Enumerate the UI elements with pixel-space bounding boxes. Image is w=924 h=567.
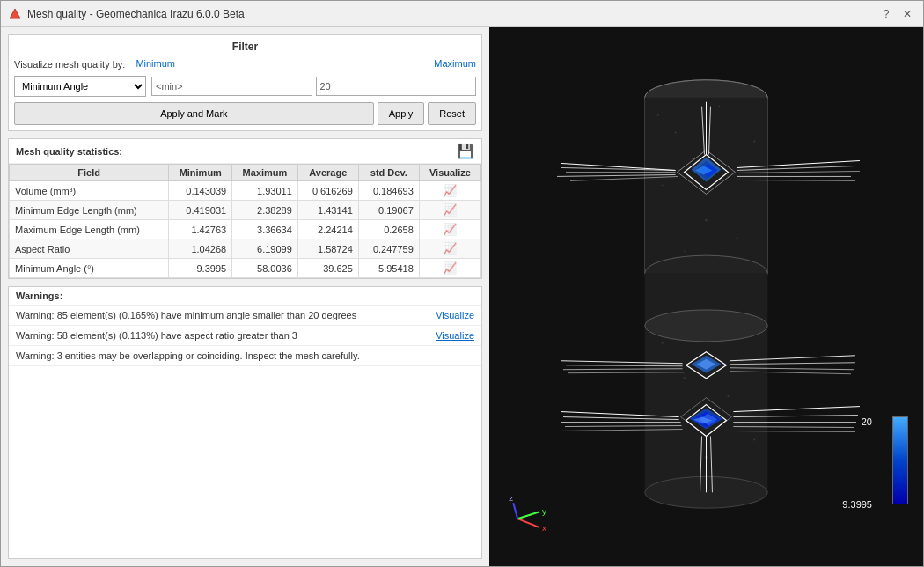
visualize-chart-icon-2[interactable]: 📈 <box>443 223 457 236</box>
cell-min-4: 9.3995 <box>169 259 232 278</box>
reset-button[interactable]: Reset <box>428 102 476 125</box>
cell-max-1: 2.38289 <box>232 201 298 220</box>
warning-item: Warning: 85 element(s) (0.165%) have min… <box>9 306 481 326</box>
cell-std-4: 5.95418 <box>358 259 419 278</box>
mesh-visualization: x y z <box>489 27 923 566</box>
left-panel: Filter Visualize mesh quality by: Minimu… <box>1 27 489 566</box>
visualize-chart-icon-4[interactable]: 📈 <box>443 261 457 275</box>
cell-avg-1: 1.43141 <box>297 201 358 220</box>
cell-visualize-4[interactable]: 📈 <box>419 259 480 278</box>
close-button[interactable]: ✕ <box>898 5 916 23</box>
warnings-section: Warnings: Warning: 85 element(s) (0.165%… <box>8 286 482 559</box>
stats-table: Field Minimum Maximum Average std Dev. V… <box>9 164 481 278</box>
cell-field-0: Volume (mm³) <box>10 181 169 201</box>
cell-visualize-0[interactable]: 📈 <box>419 181 480 201</box>
warnings-list: Warning: 85 element(s) (0.165%) have min… <box>9 306 481 366</box>
svg-text:x: x <box>542 523 546 533</box>
warning-text-0: Warning: 85 element(s) (0.165%) have min… <box>16 310 432 320</box>
main-content: Filter Visualize mesh quality by: Minimu… <box>1 27 923 566</box>
cell-max-4: 58.0036 <box>232 259 298 278</box>
quality-metric-dropdown[interactable]: Minimum Angle <box>14 76 146 97</box>
table-row: Aspect Ratio 1.04268 6.19099 1.58724 0.2… <box>10 239 481 259</box>
table-row: Minimum Angle (°) 9.3995 58.0036 39.625 … <box>10 259 481 278</box>
max-col-label: Maximum <box>434 58 476 69</box>
min-col-label: Minimum <box>136 58 175 69</box>
svg-point-19 <box>736 237 737 239</box>
window-title: Mesh quality - Geomechanica Irazu 6.0.0 … <box>27 8 245 20</box>
svg-text:z: z <box>509 493 513 503</box>
cell-visualize-2[interactable]: 📈 <box>419 220 480 239</box>
right-panel-3d[interactable]: x y z 20 9.3995 <box>489 27 923 566</box>
cell-avg-0: 0.616269 <box>297 181 358 201</box>
visualize-chart-icon-3[interactable]: 📈 <box>443 242 457 255</box>
titlebar-controls: ? ✕ <box>877 5 916 23</box>
visualize-chart-icon-1[interactable]: 📈 <box>443 203 457 217</box>
col-header-visualize: Visualize <box>419 165 480 181</box>
table-row: Maximum Edge Length (mm) 1.42763 3.36634… <box>10 220 481 239</box>
help-button[interactable]: ? <box>877 5 895 23</box>
col-header-std: std Dev. <box>358 165 419 181</box>
filter-buttons: Apply and Mark Apply Reset <box>14 102 476 125</box>
svg-text:y: y <box>542 506 546 516</box>
svg-point-43 <box>645 310 768 342</box>
col-header-max: Maximum <box>232 165 298 181</box>
cell-field-1: Minimum Edge Length (mm) <box>10 201 169 220</box>
warning-visualize-link-0[interactable]: Visualize <box>436 310 474 320</box>
stats-header: Mesh quality statistics: 💾 <box>9 139 481 164</box>
svg-point-11 <box>718 106 720 107</box>
cell-max-0: 1.93011 <box>232 181 298 201</box>
cell-std-3: 0.247759 <box>358 239 419 259</box>
col-header-min: Minimum <box>169 165 232 181</box>
table-row: Minimum Edge Length (mm) 0.419031 2.3828… <box>10 201 481 220</box>
cell-std-2: 0.2658 <box>358 220 419 239</box>
warning-text-1: Warning: 58 element(s) (0.113%) have asp… <box>16 330 432 341</box>
cell-avg-4: 39.625 <box>297 259 358 278</box>
colorbar-min-value: 9.3995 <box>842 499 872 510</box>
svg-point-51 <box>693 474 694 475</box>
warning-item: Warning: 58 element(s) (0.113%) have asp… <box>9 326 481 346</box>
svg-point-44 <box>662 342 664 344</box>
col-header-avg: Average <box>297 165 358 181</box>
cell-field-3: Aspect Ratio <box>10 239 169 259</box>
filter-visualize-row: Visualize mesh quality by: Minimum Maxim… <box>14 58 476 70</box>
svg-point-15 <box>662 184 664 186</box>
cell-std-1: 0.19067 <box>358 201 419 220</box>
cell-min-1: 0.419031 <box>169 201 232 220</box>
cell-visualize-3[interactable]: 📈 <box>419 239 480 259</box>
app-logo-icon <box>8 7 22 21</box>
svg-point-17 <box>705 219 708 222</box>
cell-std-0: 0.184693 <box>358 181 419 201</box>
apply-button[interactable]: Apply <box>378 102 425 125</box>
svg-point-16 <box>758 202 759 203</box>
cell-min-2: 1.42763 <box>169 220 232 239</box>
table-row: Volume (mm³) 0.143039 1.93011 0.616269 0… <box>10 181 481 201</box>
filter-title: Filter <box>14 40 476 53</box>
colorbar-max-value: 20 <box>862 416 872 427</box>
cell-min-0: 0.143039 <box>169 181 232 201</box>
warning-visualize-link-1[interactable]: Visualize <box>436 330 474 341</box>
warning-item: Warning: 3 entities may be overlapping o… <box>9 346 481 366</box>
table-header-row: Field Minimum Maximum Average std Dev. V… <box>10 165 481 181</box>
cell-field-4: Minimum Angle (°) <box>10 259 169 278</box>
cell-visualize-1[interactable]: 📈 <box>419 201 480 220</box>
warnings-title: Warnings: <box>9 287 481 306</box>
apply-and-mark-button[interactable]: Apply and Mark <box>14 102 374 125</box>
max-value-input[interactable] <box>316 77 477 96</box>
stats-title: Mesh quality statistics: <box>16 146 122 157</box>
colorbar-gradient <box>892 416 908 504</box>
warning-text-2: Warning: 3 entities may be overlapping o… <box>16 350 474 361</box>
save-icon[interactable]: 💾 <box>457 143 474 159</box>
svg-point-46 <box>683 377 686 379</box>
colorbar: 20 9.3995 <box>891 416 909 522</box>
titlebar: Mesh quality - Geomechanica Irazu 6.0.0 … <box>1 1 923 27</box>
visualize-chart-icon-0[interactable]: 📈 <box>443 184 457 197</box>
svg-point-47 <box>727 395 729 397</box>
cell-field-2: Maximum Edge Length (mm) <box>10 220 169 239</box>
col-header-field: Field <box>10 165 169 181</box>
titlebar-left: Mesh quality - Geomechanica Irazu 6.0.0 … <box>8 7 245 21</box>
main-window: Mesh quality - Geomechanica Irazu 6.0.0 … <box>0 0 924 567</box>
visualize-label: Visualize mesh quality by: <box>14 59 125 70</box>
cell-max-2: 3.36634 <box>232 220 298 239</box>
svg-point-18 <box>684 250 686 252</box>
min-value-input[interactable] <box>151 77 312 96</box>
